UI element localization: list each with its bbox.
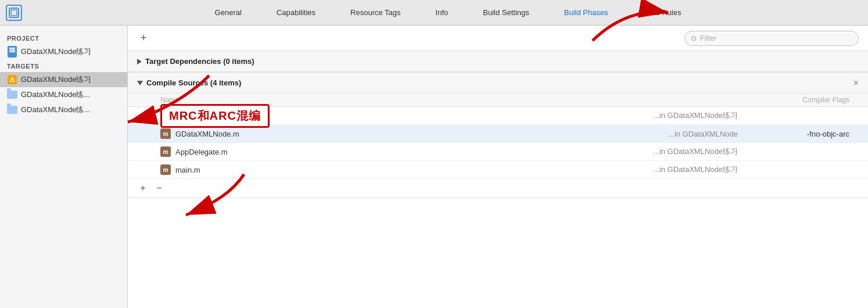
tab-build-phases[interactable]: Build Phases bbox=[547, 0, 626, 26]
table-row[interactable]: m main.m ...in GDataXMLNode练习 bbox=[128, 161, 868, 179]
tab-bar: General Capabilities Resource Tags Info … bbox=[0, 0, 868, 26]
content-toolbar: + ⊙ Filter bbox=[128, 26, 868, 51]
table-row[interactable]: m ViewController.m ...in GDataXMLNode练习 bbox=[128, 107, 868, 125]
m-badge-3: m bbox=[160, 146, 171, 157]
target-warning-icon: ⚠ bbox=[7, 74, 17, 85]
compile-sources-title: Compile Sources (4 items) bbox=[146, 78, 241, 87]
row-flags-2: -fno-objc-arc bbox=[743, 130, 859, 138]
compile-sources-section: Compile Sources (4 items) × MRC和ARC混编 Na… bbox=[128, 73, 868, 198]
xcode-icon bbox=[6, 5, 22, 21]
compile-sources-header[interactable]: Compile Sources (4 items) × bbox=[128, 73, 868, 94]
m-badge-4: m bbox=[160, 164, 171, 175]
filter-area[interactable]: ⊙ Filter bbox=[684, 31, 859, 46]
tab-general[interactable]: General bbox=[198, 0, 259, 26]
add-phase-button[interactable]: + bbox=[137, 32, 150, 45]
sidebar-item-target-main[interactable]: ⚠ GDataXMLNode练习 bbox=[0, 72, 127, 87]
filter-placeholder: Filter bbox=[700, 34, 717, 42]
add-source-button[interactable]: + bbox=[137, 182, 149, 194]
tabs: General Capabilities Resource Tags Info … bbox=[34, 0, 862, 26]
row-filename-2: GDataXMLNode.m bbox=[175, 130, 663, 138]
row-path-4: ...in GDataXMLNode练习 bbox=[653, 164, 738, 175]
sidebar: PROJECT GDataXMLNode练习 TARGETS ⚠ GDataXM… bbox=[0, 26, 128, 308]
main-layout: PROJECT GDataXMLNode练习 TARGETS ⚠ GDataXM… bbox=[0, 26, 868, 308]
row-filename-3: AppDelegate.m bbox=[175, 148, 648, 156]
collapse-triangle-target-deps bbox=[137, 59, 142, 65]
project-section-header: PROJECT bbox=[0, 31, 127, 44]
table-header-name: Name bbox=[137, 96, 743, 104]
project-icon bbox=[7, 46, 17, 57]
targets-section-header: TARGETS bbox=[0, 59, 127, 72]
tab-info[interactable]: Info bbox=[418, 0, 466, 26]
target-dependencies-title: Target Dependencies (0 items) bbox=[145, 57, 254, 66]
tab-resource-tags[interactable]: Resource Tags bbox=[333, 0, 418, 26]
m-badge-1: m bbox=[160, 110, 171, 121]
collapse-triangle-compile-sources bbox=[137, 81, 143, 85]
folder-icon-2 bbox=[7, 89, 17, 100]
sidebar-item-target-main-label: GDataXMLNode练习 bbox=[21, 74, 91, 85]
sidebar-item-target-2[interactable]: GDataXMLNode练... bbox=[0, 87, 127, 102]
sidebar-item-project-label: GDataXMLNode练习 bbox=[21, 46, 91, 57]
table-row[interactable]: m GDataXMLNode.m ...in GDataXMLNode -fno… bbox=[128, 125, 868, 143]
sidebar-item-target-2-label: GDataXMLNode练... bbox=[21, 89, 90, 100]
row-filename-4: main.m bbox=[175, 166, 648, 174]
sidebar-item-target-3-label: GDataXMLNode练... bbox=[21, 105, 90, 115]
tab-build-rules[interactable]: Build Rules bbox=[626, 0, 699, 26]
folder-icon-3 bbox=[7, 105, 17, 115]
row-path-1: ...in GDataXMLNode练习 bbox=[653, 110, 738, 121]
compile-sources-close-button[interactable]: × bbox=[853, 78, 859, 88]
tab-build-settings[interactable]: Build Settings bbox=[465, 0, 547, 26]
table-row[interactable]: m AppDelegate.m ...in GDataXMLNode练习 bbox=[128, 143, 868, 161]
tab-bar-left bbox=[6, 5, 22, 21]
sidebar-item-project[interactable]: GDataXMLNode练习 bbox=[0, 44, 127, 59]
remove-source-button[interactable]: − bbox=[153, 182, 165, 194]
sidebar-item-target-3[interactable]: GDataXMLNode练... bbox=[0, 102, 127, 117]
row-filename-1: ViewController.m bbox=[175, 112, 648, 120]
tab-capabilities[interactable]: Capabilities bbox=[259, 0, 333, 26]
content-area: + ⊙ Filter Target Dependencies (0 items)… bbox=[128, 26, 868, 308]
row-path-2: ...in GDataXMLNode bbox=[668, 130, 738, 138]
target-dependencies-header[interactable]: Target Dependencies (0 items) bbox=[128, 51, 868, 72]
m-badge-2: m bbox=[160, 128, 171, 139]
target-dependencies-section: Target Dependencies (0 items) bbox=[128, 51, 868, 73]
svg-rect-1 bbox=[11, 10, 17, 16]
filter-icon: ⊙ bbox=[691, 34, 697, 42]
compile-sources-footer: + − bbox=[128, 179, 868, 198]
row-path-3: ...in GDataXMLNode练习 bbox=[653, 146, 738, 157]
table-header-flags: Compiler Flags bbox=[743, 96, 859, 104]
compile-sources-table-header: Name Compiler Flags bbox=[128, 94, 868, 107]
